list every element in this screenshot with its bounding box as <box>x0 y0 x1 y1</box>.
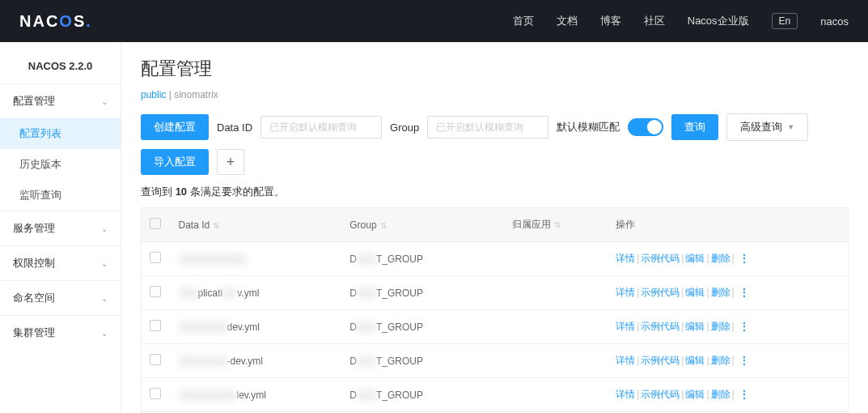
crumb-current: sinomatrix <box>174 89 218 100</box>
nav-home[interactable]: 首页 <box>513 14 534 28</box>
row-checkbox[interactable] <box>150 388 161 399</box>
group-label: Group <box>390 121 419 134</box>
op-delete[interactable]: 删除 <box>711 321 730 332</box>
nav-blog[interactable]: 博客 <box>600 14 621 28</box>
submenu-监听查询[interactable]: 监听查询 <box>0 180 121 211</box>
row-checkbox[interactable] <box>150 354 161 365</box>
col-app[interactable]: 归属应用⇅ <box>504 208 608 242</box>
submenu-历史版本[interactable]: 历史版本 <box>0 149 121 180</box>
chevron-right-icon: ⌄ <box>101 259 108 268</box>
cell-dataid: xxxxxxxxxxxxlev.yml <box>171 378 342 412</box>
cell-group: DxxxxT_GROUP <box>341 276 504 310</box>
table-row: xxxxxxxxxx-dev.ymlDxxxxT_GROUP详情|示例代码|编辑… <box>142 344 849 378</box>
chevron-right-icon: ⌄ <box>101 294 108 303</box>
version-label: NACOS 2.2.0 <box>0 49 121 83</box>
chevron-right-icon: ⌄ <box>101 329 108 338</box>
op-detail[interactable]: 详情 <box>616 287 635 298</box>
nav-enterprise[interactable]: Nacos企业版 <box>688 14 749 28</box>
submenu-配置列表[interactable]: 配置列表 <box>0 118 121 149</box>
op-delete[interactable]: 删除 <box>711 253 730 264</box>
fuzzy-toggle[interactable] <box>628 118 663 136</box>
more-icon[interactable]: ⋮ <box>739 355 750 366</box>
menu-命名空间[interactable]: 命名空间⌄ <box>0 281 121 315</box>
import-config-button[interactable]: 导入配置 <box>141 149 209 175</box>
menu-集群管理[interactable]: 集群管理⌄ <box>0 316 121 350</box>
table-row: xxxxxxxxxxdev.ymlDxxxxT_GROUP详情|示例代码|编辑|… <box>142 310 849 344</box>
result-count: 查询到 10 条满足要求的配置。 <box>141 185 849 199</box>
col-group[interactable]: Group⇅ <box>341 208 504 242</box>
toolbar: 创建配置 Data ID Group 默认模糊匹配 查询 高级查询▼ 导入配置 … <box>141 113 849 175</box>
cell-app <box>504 276 608 310</box>
op-delete[interactable]: 删除 <box>711 355 730 366</box>
config-table: Data Id⇅ Group⇅ 归属应用⇅ 操作 xxxxxxxxxxxxxxD… <box>141 207 849 413</box>
op-detail[interactable]: 详情 <box>616 355 635 366</box>
sidebar: NACOS 2.2.0 配置管理⌄配置列表历史版本监听查询服务管理⌄权限控制⌄命… <box>0 42 121 413</box>
more-icon[interactable]: ⋮ <box>739 321 750 332</box>
cell-app <box>504 344 608 378</box>
lang-switch[interactable]: En <box>772 13 798 29</box>
query-button[interactable]: 查询 <box>671 114 718 140</box>
page-title: 配置管理 <box>141 57 849 81</box>
fuzzy-label: 默认模糊匹配 <box>557 120 620 134</box>
cell-dataid: xxxxxxxxxxdev.yml <box>171 310 342 344</box>
cell-dataid: xxxxxxxxxx-dev.yml <box>171 344 342 378</box>
nav-docs[interactable]: 文档 <box>557 14 578 28</box>
user-name[interactable]: nacos <box>820 15 849 28</box>
row-checkbox[interactable] <box>150 286 161 297</box>
select-all-checkbox[interactable] <box>150 218 161 229</box>
logo[interactable]: NACOS. <box>19 12 92 31</box>
op-edit[interactable]: 编辑 <box>685 287 705 298</box>
op-edit[interactable]: 编辑 <box>685 355 705 366</box>
op-detail[interactable]: 详情 <box>616 321 635 332</box>
op-sample[interactable]: 示例代码 <box>641 389 680 400</box>
col-ops: 操作 <box>608 208 848 242</box>
sort-icon: ⇅ <box>554 220 561 229</box>
op-edit[interactable]: 编辑 <box>685 321 705 332</box>
create-config-button[interactable]: 创建配置 <box>141 114 209 140</box>
op-sample[interactable]: 示例代码 <box>641 253 680 264</box>
dataid-input[interactable] <box>260 116 382 138</box>
cell-app <box>504 242 608 276</box>
col-dataid[interactable]: Data Id⇅ <box>171 208 342 242</box>
cell-app <box>504 378 608 412</box>
menu-权限控制[interactable]: 权限控制⌄ <box>0 246 121 280</box>
table-row: xxxxxxxxxxxxlev.ymlDxxxxT_GROUP详情|示例代码|编… <box>142 378 849 412</box>
op-edit[interactable]: 编辑 <box>685 253 705 264</box>
chevron-right-icon: ⌄ <box>101 224 108 233</box>
op-detail[interactable]: 详情 <box>616 389 635 400</box>
table-row: xxxxxxxxxxxxxxDxxxxT_GROUP详情|示例代码|编辑|删除|… <box>142 242 849 276</box>
cell-dataid: xxxxxxxxxxxxxx <box>171 242 342 276</box>
more-icon[interactable]: ⋮ <box>739 253 750 264</box>
op-edit[interactable]: 编辑 <box>685 389 705 400</box>
row-checkbox[interactable] <box>150 252 161 263</box>
cell-group: DxxxxT_GROUP <box>341 344 504 378</box>
cell-group: DxxxxT_GROUP <box>341 378 504 412</box>
op-detail[interactable]: 详情 <box>616 253 635 264</box>
op-delete[interactable]: 删除 <box>711 389 730 400</box>
cell-group: DxxxxT_GROUP <box>341 242 504 276</box>
table-row: xxxxplicatixxxv.ymlDxxxxT_GROUP详情|示例代码|编… <box>142 276 849 310</box>
cell-group: DxxxxT_GROUP <box>341 310 504 344</box>
cell-app <box>504 310 608 344</box>
op-sample[interactable]: 示例代码 <box>641 355 680 366</box>
op-sample[interactable]: 示例代码 <box>641 321 680 332</box>
op-delete[interactable]: 删除 <box>711 287 730 298</box>
nav-community[interactable]: 社区 <box>644 14 665 28</box>
chevron-down-icon: ▼ <box>787 123 794 131</box>
more-icon[interactable]: ⋮ <box>739 389 750 400</box>
group-input[interactable] <box>427 116 548 138</box>
crumb-public[interactable]: public <box>141 89 166 100</box>
breadcrumb: public | sinomatrix <box>141 89 849 100</box>
top-nav: 首页 文档 博客 社区 Nacos企业版 En nacos <box>513 13 849 29</box>
op-sample[interactable]: 示例代码 <box>641 287 680 298</box>
menu-配置管理[interactable]: 配置管理⌄ <box>0 84 121 118</box>
advanced-query-button[interactable]: 高级查询▼ <box>726 113 808 141</box>
app-header: NACOS. 首页 文档 博客 社区 Nacos企业版 En nacos <box>0 0 868 42</box>
chevron-down-icon: ⌄ <box>101 97 108 106</box>
menu-服务管理[interactable]: 服务管理⌄ <box>0 211 121 245</box>
row-checkbox[interactable] <box>150 320 161 331</box>
sort-icon: ⇅ <box>380 221 387 230</box>
more-icon[interactable]: ⋮ <box>739 287 750 298</box>
dataid-label: Data ID <box>217 121 252 134</box>
add-button[interactable]: + <box>217 149 244 175</box>
